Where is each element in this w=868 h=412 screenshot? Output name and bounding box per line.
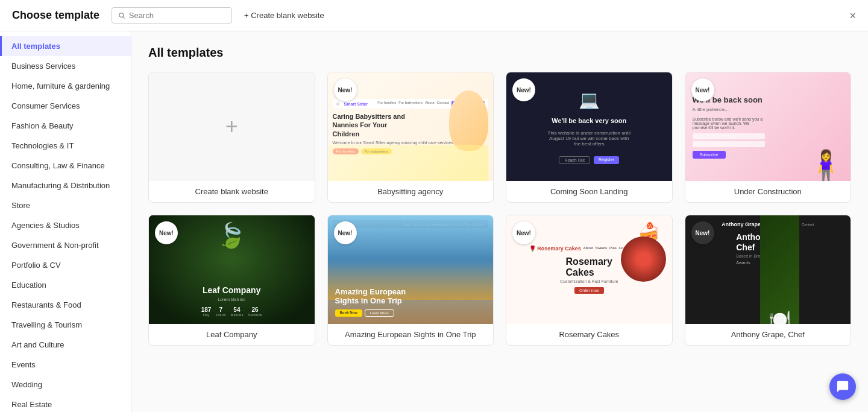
new-badge-leaf: New! [155,221,178,244]
template-label-leaf: Leaf Company [149,324,315,345]
woman-illustration: 🧍‍♀️ [807,151,844,181]
sidebar-item-events[interactable]: Events [0,355,131,375]
sidebar-item-government[interactable]: Government & Non-profit [0,235,131,255]
close-button[interactable]: × [849,10,856,21]
plus-icon: + [225,114,238,139]
template-thumb-bakery: New! 🌹 Rosemary Cakes AboutSweetsPiesCon… [506,215,672,324]
sidebar-item-manufacturing[interactable]: Manufacturing & Distribution [0,176,131,195]
svg-point-0 [119,13,124,17]
template-label-travel: Amazing European Sights in One Trip [328,324,494,345]
template-thumb-travel: New! My Euro... BlogForumAccommodationFo… [328,215,494,324]
sidebar-item-consumer-services[interactable]: Consumer Services [0,96,131,116]
sidebar-item-real-estate[interactable]: Real Estate [0,395,131,412]
new-badge-bakery: New! [512,221,535,244]
sidebar-item-fashion-beauty[interactable]: Fashion & Beauty [0,116,131,136]
new-badge-chef: New! [691,221,714,244]
section-title: All templates [148,46,851,60]
templates-grid: + Create blank website New! Smart Sitter… [148,72,851,346]
sidebar-item-education[interactable]: Education [0,275,131,295]
template-thumb-leaf: New! 🍃 Leaf Company Lorem blah inc 187Da… [149,215,315,324]
search-box[interactable] [112,7,232,24]
template-card-leaf[interactable]: New! 🍃 Leaf Company Lorem blah inc 187Da… [148,215,315,346]
page-title: Choose template [12,9,99,22]
sidebar-item-portfolio-cv[interactable]: Portfolio & CV [0,255,131,275]
top-bar: Choose template + Create blank website × [0,0,868,31]
template-thumb-blank: + [149,72,315,181]
new-badge-babysitting: New! [334,78,357,101]
sidebar-item-wedding[interactable]: Wedding [0,375,131,395]
svg-line-1 [123,17,125,19]
template-label-chef: Anthony Grape, Chef [685,324,851,345]
template-card-travel[interactable]: New! My Euro... BlogForumAccommodationFo… [327,215,494,346]
template-label-blank: Create blank website [149,181,315,202]
sidebar: All templatesBusiness ServicesHome, furn… [0,31,131,412]
template-thumb-chef: New! Anthony Grape ServicesWorkGalleryCo… [685,215,851,324]
template-card-blank[interactable]: + Create blank website [148,72,315,203]
sidebar-item-business-services[interactable]: Business Services [0,56,131,76]
sidebar-item-technologies-it[interactable]: Technologies & IT [0,136,131,156]
create-blank-button[interactable]: + Create blank website [244,11,324,20]
sidebar-item-restaurants-food[interactable]: Restaurants & Food [0,295,131,315]
chat-bubble-button[interactable] [829,373,856,400]
template-card-chef[interactable]: New! Anthony Grape ServicesWorkGalleryCo… [685,215,852,346]
sidebar-item-home-furniture[interactable]: Home, furniture & gardening [0,76,131,96]
sidebar-item-all-templates[interactable]: All templates [0,36,131,56]
content-area: All templates + Create blank website New… [131,31,868,412]
template-thumb-under-construction: New! We'll be back soon A little patienc… [685,72,851,181]
template-thumb-coming-soon: New! 💻 We'll be back very soon This webs… [506,72,672,181]
sidebar-item-store[interactable]: Store [0,195,131,215]
new-badge-coming-soon: New! [512,78,535,101]
sidebar-item-art-culture[interactable]: Art and Culture [0,335,131,355]
template-card-bakery[interactable]: New! 🌹 Rosemary Cakes AboutSweetsPiesCon… [506,215,673,346]
template-label-coming-soon: Coming Soon Landing [506,181,672,202]
sidebar-item-consulting-law[interactable]: Consulting, Law & Finance [0,156,131,176]
template-label-bakery: Rosemary Cakes [506,324,672,345]
template-label-babysitting: Babysitting agency [328,181,494,202]
new-badge-travel: New! [334,221,357,244]
template-thumb-babysitting: New! Smart Sitter For familiesFor babysi… [328,72,494,181]
top-bar-left: Choose template + Create blank website [12,7,324,24]
search-input[interactable] [129,11,225,20]
template-card-under-construction[interactable]: New! We'll be back soon A little patienc… [685,72,852,203]
sidebar-item-travelling-tourism[interactable]: Travelling & Tourism [0,315,131,335]
template-label-under-construction: Under Construction [685,181,851,202]
chat-icon [836,380,849,393]
search-icon [118,11,125,19]
main-layout: All templatesBusiness ServicesHome, furn… [0,31,868,412]
template-card-babysitting[interactable]: New! Smart Sitter For familiesFor babysi… [327,72,494,203]
new-badge-under-construction: New! [691,78,714,101]
template-card-coming-soon[interactable]: New! 💻 We'll be back very soon This webs… [506,72,673,203]
sidebar-item-agencies-studios[interactable]: Agencies & Studios [0,215,131,235]
